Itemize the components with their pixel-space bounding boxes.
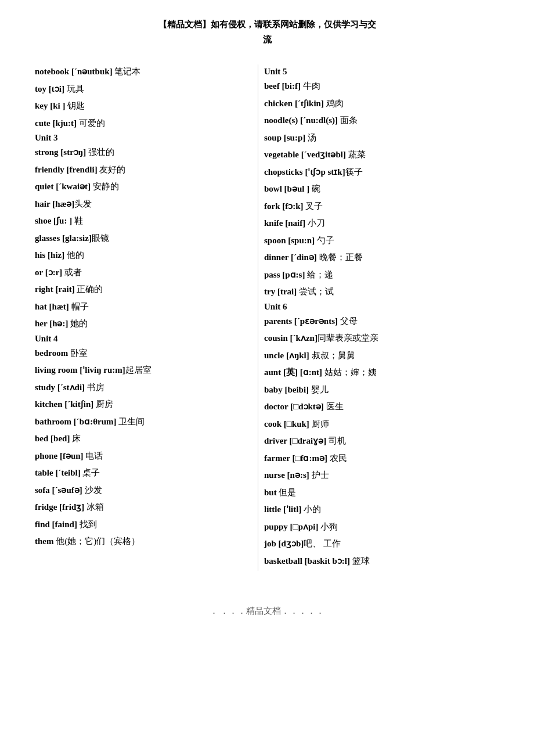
vocab-item: farmer [□fɑ:mə] 农民: [264, 451, 481, 466]
vocab-item: aunt [英] [ɑ:nt] 姑姑；婶；姨: [264, 365, 481, 380]
header: 【精品文档】如有侵权，请联系网站删除，仅供学习与交 流: [35, 17, 499, 47]
vocab-item: toy [tɔi] 玩具: [35, 82, 252, 97]
header-line1: 【精品文档】如有侵权，请联系网站删除，仅供学习与交: [35, 17, 499, 33]
section-title: Unit 6: [264, 302, 481, 312]
vocab-item: key [ki ] 钥匙: [35, 99, 252, 114]
vocab-item: cute [kju:t] 可爱的: [35, 116, 252, 131]
vocab-item: cook [□kuk] 厨师: [264, 417, 481, 432]
vocab-item: or [ɔ:r] 或者: [35, 265, 252, 280]
vocab-item: table [´teibl] 桌子: [35, 466, 252, 481]
vocab-item: notebook [´nəutbuk] 笔记本: [35, 64, 252, 80]
vocab-item: try [trai] 尝试；试: [264, 285, 481, 300]
vocab-item: parents [´pɛərənts] 父母: [264, 314, 481, 329]
vocab-item: friendly [frendli] 友好的: [35, 163, 252, 178]
vocab-item: but 但是: [264, 485, 481, 501]
vocab-item: spoon [spu:n] 勺子: [264, 233, 481, 249]
vocab-item: hat [hæt] 帽子: [35, 300, 252, 315]
vocab-item: cousin [´kʌzn]同辈表亲或堂亲: [264, 331, 481, 346]
vocab-item: pass [pɑ:s] 给；递: [264, 268, 481, 283]
vocab-item: them 他(她；它)们（宾格）: [35, 534, 252, 549]
vocab-item: dinner [´dinə] 晚餐；正餐: [264, 250, 481, 265]
vocab-item: her [hə:] 她的: [35, 316, 252, 332]
vocab-item: puppy [□pʌpi] 小狗: [264, 520, 481, 535]
vocab-item: driver [□draiɣə] 司机: [264, 434, 481, 449]
vocab-item: right [rait] 正确的: [35, 282, 252, 297]
vocab-item: quiet [´kwaiət] 安静的: [35, 179, 252, 195]
vocab-item: baby [beibi] 婴儿: [264, 383, 481, 398]
vocab-item: chicken [´tʃikin] 鸡肉: [264, 96, 481, 111]
vocab-item: glasses [gla:siz]眼镜: [35, 231, 252, 246]
vocab-item: little [ˈlitl] 小的: [264, 502, 481, 517]
vocab-item: find [faind] 找到: [35, 517, 252, 532]
vocab-item: job [dʒɔb]吧、 工作: [264, 537, 481, 552]
vocab-item: fridge [fridʒ] 冰箱: [35, 500, 252, 515]
vocab-item: noodle(s) [´nu:dl(s)] 面条: [264, 113, 481, 128]
section-title: Unit 4: [35, 334, 252, 344]
left-column: notebook [´nəutbuk] 笔记本toy [tɔi] 玩具key […: [35, 64, 258, 571]
vocab-item: strong [strɔŋ] 强壮的: [35, 145, 252, 160]
vocab-item: bed [bed] 床: [35, 431, 252, 447]
vocab-item: uncle [ʌŋkl] 叔叔；舅舅: [264, 348, 481, 363]
vocab-item: living room [ˈliviŋ ru:m]起居室: [35, 363, 252, 378]
vocab-item: bathroom [´bɑ:θrum] 卫生间: [35, 415, 252, 430]
vocab-item: kitchen [´kitʃin] 厨房: [35, 397, 252, 412]
vocab-item: beef [bi:f] 牛肉: [264, 79, 481, 94]
vocab-item: study [´stʌdi] 书房: [35, 380, 252, 395]
section-title: Unit 5: [264, 67, 481, 77]
vocab-item: doctor [□dɔktə] 医生: [264, 399, 481, 415]
vocab-item: soup [su:p] 汤: [264, 131, 481, 146]
vocab-item: phone [fəun] 电话: [35, 449, 252, 464]
vocab-item: basketball [baskit bɔ:l] 篮球: [264, 554, 481, 569]
vocab-item: vegetable [´vedʒitəbl] 蔬菜: [264, 147, 481, 163]
vocab-item: hair [hæə]头发: [35, 197, 252, 212]
vocab-item: bowl [bəul ] 碗: [264, 182, 481, 197]
vocab-item: shoe [ʃu: ] 鞋: [35, 214, 252, 229]
footer: ． ．．．精品文档．．．．．: [35, 606, 499, 617]
vocab-item: sofa [´səufə] 沙发: [35, 483, 252, 498]
content-area: notebook [´nəutbuk] 笔记本toy [tɔi] 玩具key […: [35, 64, 499, 571]
vocab-item: chopsticks [ˈtʃɔp stɪk]筷子: [264, 165, 481, 180]
section-title: Unit 3: [35, 133, 252, 143]
vocab-item: fork [fɔ:k] 叉子: [264, 199, 481, 214]
vocab-item: his [hiz] 他的: [35, 248, 252, 263]
right-column: Unit 5beef [bi:f] 牛肉chicken [´tʃikin] 鸡肉…: [258, 64, 481, 571]
vocab-item: bedroom 卧室: [35, 346, 252, 361]
vocab-item: nurse [nə:s] 护士: [264, 468, 481, 483]
header-line2: 流: [35, 33, 499, 48]
vocab-item: knife [naif] 小刀: [264, 216, 481, 231]
